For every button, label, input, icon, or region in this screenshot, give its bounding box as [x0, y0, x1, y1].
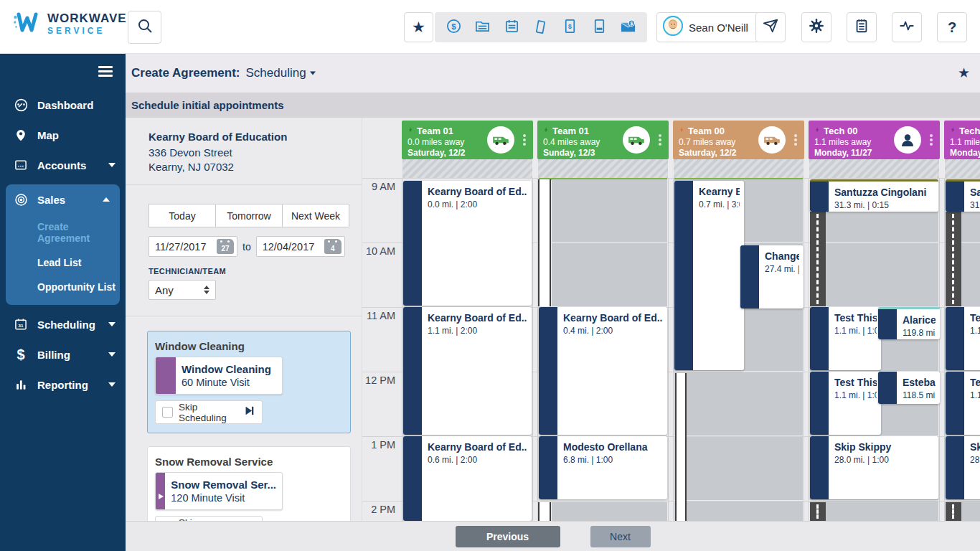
- calendar-event[interactable]: Kearny Board of Ed... 0.6 mi. | 2:00: [403, 436, 532, 521]
- favorites-button[interactable]: ★: [404, 12, 433, 42]
- settings-button[interactable]: [801, 12, 831, 42]
- event-title: Skip Skippy: [834, 441, 934, 453]
- calendar-event[interactable]: Test This 1.1 mi. | 1:00: [810, 372, 881, 435]
- calendar-event[interactable]: Kearny Board of Ed... 0.0 mi. | 2:00: [403, 181, 532, 306]
- event-subtitle: 0.6 mi. | 2:00: [428, 455, 527, 465]
- search-button[interactable]: [128, 11, 161, 44]
- sidebar-item-create-agreement[interactable]: Create Agreement: [6, 215, 120, 250]
- column-menu-button[interactable]: [791, 133, 800, 147]
- calendar-event[interactable]: Skip Skippy 28.0 mi. | 1:00: [946, 436, 980, 499]
- spinner-arrows-icon: [204, 286, 209, 294]
- customer-street: 336 Devon Street: [149, 146, 362, 160]
- date-to-input[interactable]: 12/04/2017 4: [256, 236, 345, 257]
- sidebar-item-reporting[interactable]: Reporting: [0, 369, 126, 400]
- sidebar-item-accounts[interactable]: Accounts: [0, 150, 126, 180]
- notepad-button[interactable]: [847, 12, 877, 42]
- tomorrow-button[interactable]: Tomorrow: [216, 204, 283, 227]
- breadcrumb-mode-dropdown[interactable]: Scheduling: [245, 66, 316, 80]
- calendar-event[interactable]: Santuzza Cingolani 31.3 mi. | 0:15: [946, 179, 980, 212]
- previous-button[interactable]: Previous: [456, 526, 560, 547]
- question-mark-icon: ?: [948, 19, 956, 36]
- date-from-input[interactable]: 11/27/2017 27: [149, 236, 237, 257]
- sidebar-item-lead-list[interactable]: Lead List: [6, 250, 120, 275]
- sidebar-item-dashboard[interactable]: Dashboard: [0, 90, 126, 120]
- sidebar-item-billing[interactable]: $ Billing: [0, 339, 126, 369]
- calendar-event[interactable]: Test This 1.1 mi. | 1:00: [946, 307, 980, 370]
- folder-icon: [474, 18, 491, 37]
- technician-team-select[interactable]: Any: [149, 280, 216, 300]
- sidebar-nav: Dashboard Map Accounts Sales Create Agre…: [0, 54, 126, 551]
- quick-date-buttons: Today Tomorrow Next Week: [149, 204, 349, 227]
- user-menu[interactable]: Sean O'Neill: [656, 12, 759, 42]
- calendar-event[interactable]: Test This 1.1 mi. | 1:00: [810, 307, 881, 370]
- event-subtitle: 1.1 mi. | 1:00: [834, 326, 877, 336]
- next-button[interactable]: Next: [590, 526, 651, 547]
- calendar-event[interactable]: Skip Skippy 28.0 mi. | 1:00: [810, 436, 938, 499]
- brand-name: WORKWAVE: [47, 11, 127, 26]
- sidebar-item-scheduling[interactable]: 31 Scheduling: [0, 309, 126, 339]
- service-color-bar: [156, 473, 165, 509]
- resource-header-team00: Team 00 0.7 miles away Saturday, 12/2: [673, 121, 804, 159]
- resource-distance: 1.1 miles away: [950, 137, 980, 147]
- busy-block: [810, 212, 938, 242]
- time-label: 2 PM: [365, 504, 395, 515]
- date-separator-label: to: [242, 241, 251, 253]
- event-subtitle: 31.3 mi. | 0:15: [834, 200, 934, 210]
- invoice-button[interactable]: $: [558, 15, 583, 39]
- column-menu-button[interactable]: [927, 133, 936, 147]
- sidebar-item-sales[interactable]: Sales: [6, 184, 120, 215]
- calendar-event[interactable]: Esteban 118.5 mi. |: [878, 372, 940, 404]
- technician-team-value: Any: [155, 284, 174, 296]
- sidebar-item-opportunity-list[interactable]: Opportunity List: [6, 275, 120, 299]
- calendar-event[interactable]: Kearny Board of Ed... 0.7 mi. | 3:00: [674, 181, 744, 370]
- service-group-label: Snow Removal Service: [155, 456, 343, 468]
- event-title: Santuzza Cingolani: [970, 187, 980, 198]
- favorite-star-icon[interactable]: ★: [958, 65, 970, 81]
- busy-block: [674, 372, 803, 435]
- customer-city: Kearny, NJ 07032: [149, 160, 362, 174]
- service-duration: 60 Minute Visit: [182, 377, 271, 388]
- payments-button[interactable]: $: [441, 15, 466, 39]
- gap-strip: [538, 179, 551, 306]
- help-button[interactable]: ?: [937, 12, 967, 42]
- calendar-event[interactable]: Test This 1.1 mi. | 1:00: [946, 372, 980, 435]
- calendar-event[interactable]: Kearny Board of Ed... 0.4 mi. | 2:00: [539, 307, 667, 435]
- menu-toggle-icon[interactable]: [98, 66, 114, 77]
- calendar-event[interactable]: Santuzza Cingolani 31.3 mi. | 0:15: [810, 179, 938, 212]
- calendar-picker-icon[interactable]: 27: [217, 239, 234, 254]
- calendar-picker-icon[interactable]: 4: [324, 239, 341, 254]
- notes-document-button[interactable]: [587, 15, 611, 39]
- event-subtitle: 1.1 mi. | 1:00: [970, 326, 980, 336]
- tags-button[interactable]: [529, 15, 553, 39]
- unavailable-hatch: [402, 159, 532, 178]
- service-card-window-cleaning[interactable]: Window Cleaning Window Cleaning 60 Minut…: [147, 331, 351, 433]
- unavailable-hatch: [674, 159, 804, 178]
- sidebar-item-map[interactable]: Map: [0, 120, 126, 150]
- column-menu-button[interactable]: [656, 133, 664, 147]
- calendar-event[interactable]: Change 27.4 mi. | 1:00: [740, 245, 804, 309]
- service-chip[interactable]: Snow Removal Ser... 120 Minute Visit: [155, 472, 283, 510]
- payment-envelope-button[interactable]: $: [616, 15, 641, 39]
- calendar-event[interactable]: Alarice G 119.8 mi. |: [878, 307, 940, 339]
- brand-product: SERVICE: [47, 26, 127, 36]
- user-name: Sean O'Neill: [689, 22, 748, 34]
- dashboard-gauge-icon: [13, 97, 29, 113]
- chevron-down-icon: [108, 382, 116, 387]
- bolt-icon: [407, 126, 414, 136]
- today-button[interactable]: Today: [149, 204, 216, 227]
- next-week-button[interactable]: Next Week: [283, 204, 349, 227]
- bolt-icon: [543, 126, 550, 136]
- send-button[interactable]: [755, 12, 786, 42]
- appointments-button[interactable]: [499, 15, 524, 39]
- event-title: Alarice G: [903, 314, 936, 326]
- skip-scheduling-toggle[interactable]: Skip Scheduling: [155, 400, 263, 424]
- service-chip[interactable]: Window Cleaning 60 Minute Visit: [155, 357, 283, 395]
- documents-button[interactable]: [471, 15, 495, 39]
- activity-button[interactable]: [892, 12, 922, 42]
- calendar-event[interactable]: Modesto Orellana 6.8 mi. | 1:00: [539, 436, 667, 499]
- checkbox[interactable]: [162, 407, 173, 418]
- column-menu-button[interactable]: [520, 133, 529, 147]
- search-icon: [136, 17, 154, 37]
- resource-name: Team 01: [417, 126, 453, 136]
- calendar-event[interactable]: Kearny Board of Ed... 1.1 mi. | 2:00: [403, 307, 532, 435]
